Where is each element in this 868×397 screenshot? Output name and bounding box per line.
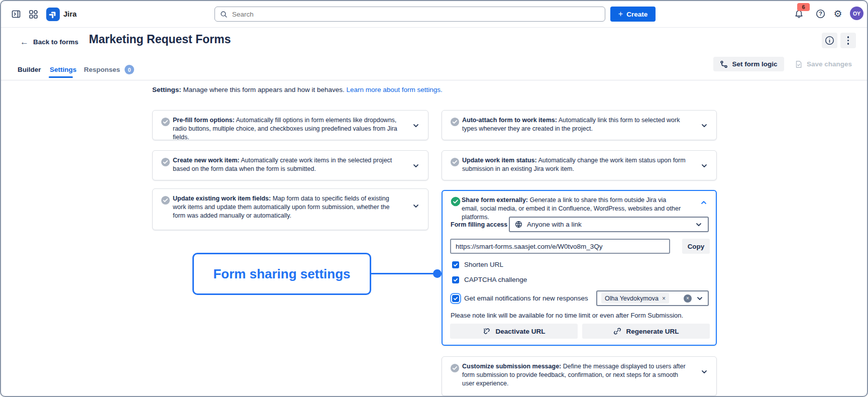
check-circle-icon [450, 363, 460, 373]
active-tab-underline [49, 76, 73, 78]
link-availability-note: Please note link will be available for n… [451, 312, 683, 319]
topbar-divider [1, 27, 868, 28]
callout-box: Form sharing settings [192, 253, 371, 295]
email-notifications-option[interactable]: Get email notifications for new response… [452, 294, 588, 302]
svg-text:?: ? [819, 11, 822, 17]
info-button[interactable] [822, 33, 837, 48]
callout-connector-line [370, 273, 436, 274]
back-label: Back to forms [33, 38, 78, 46]
more-menu-button[interactable] [840, 33, 856, 48]
page-title: Marketing Request Forms [89, 33, 231, 46]
regenerate-url-button[interactable]: Regenerate URL [582, 324, 710, 339]
back-arrow-icon: ← [20, 38, 29, 46]
save-changes-button[interactable]: Save changes [795, 57, 852, 71]
chevron-down-icon[interactable] [700, 122, 708, 130]
set-form-logic-button[interactable]: Set form logic [713, 57, 784, 71]
chevron-down-icon[interactable] [700, 368, 708, 376]
chevron-down-icon[interactable] [412, 162, 420, 170]
card-title: Create new work item: [173, 157, 240, 164]
deactivate-url-button[interactable]: Deactivate URL [450, 324, 578, 339]
user-avatar[interactable]: OY [850, 7, 863, 20]
card-title: Customize submission message: [462, 363, 561, 370]
app-window: Jira + Create 6 ? ⚙ OY ← Back to forms M… [0, 0, 868, 397]
card-share-form-externally[interactable]: Share form externally: Generate a link t… [442, 190, 717, 346]
set-form-logic-label: Set form logic [732, 60, 777, 68]
save-changes-label: Save changes [807, 60, 852, 68]
chevron-down-icon[interactable] [696, 294, 704, 303]
tab-responses-label: Responses [84, 66, 120, 73]
notification-count-badge: 6 [797, 3, 810, 11]
tab-settings[interactable]: Settings [50, 66, 76, 73]
regenerate-url-label: Regenerate URL [626, 328, 679, 335]
chevron-down-icon [695, 221, 703, 229]
share-url-input[interactable] [450, 239, 670, 254]
doc-check-icon [795, 60, 803, 68]
help-icon[interactable]: ? [814, 8, 826, 20]
card-update-status[interactable]: Update work item status: Automatically c… [442, 150, 717, 180]
check-circle-icon [450, 117, 460, 127]
card-title: Auto-attach form to work items: [462, 117, 557, 124]
card-title: Pre-fill form options: [173, 117, 235, 124]
card-create-work-item[interactable]: Create new work item: Automatically crea… [152, 150, 428, 180]
card-submission-message[interactable]: Customize submission message: Define the… [442, 356, 717, 396]
settings-intro: Settings: Manage where this form appears… [152, 86, 443, 93]
link-icon [613, 327, 622, 336]
callout-label: Form sharing settings [213, 266, 350, 282]
remove-tag-icon[interactable]: × [662, 295, 666, 302]
check-circle-icon [161, 195, 170, 205]
settings-gear-icon[interactable]: ⚙ [832, 8, 844, 20]
checkbox-checked-icon[interactable] [452, 261, 459, 268]
card-auto-attach[interactable]: Auto-attach form to work items: Automati… [442, 110, 717, 140]
check-circle-icon [161, 117, 170, 127]
checkbox-checked-focused-icon[interactable] [452, 295, 459, 302]
recipients-select[interactable]: Olha Yevdokymova × × [596, 290, 709, 306]
back-to-forms-link[interactable]: ← Back to forms [20, 34, 78, 49]
chevron-down-icon[interactable] [700, 162, 708, 170]
kebab-icon [847, 36, 849, 45]
recipient-tag: Olha Yevdokymova × [601, 293, 669, 304]
app-switcher-icon[interactable] [27, 8, 39, 20]
app-name: Jira [63, 10, 77, 18]
clear-all-icon[interactable]: × [684, 294, 692, 303]
globe-icon [515, 221, 522, 228]
search-bar[interactable] [214, 7, 605, 22]
plus-icon: + [618, 10, 623, 18]
form-filling-access-label: Form filling access [451, 221, 507, 228]
jira-logo[interactable] [46, 8, 60, 21]
broken-link-icon [482, 327, 491, 336]
responses-count-badge: 0 [125, 65, 134, 74]
chevron-up-icon[interactable] [700, 198, 708, 207]
captcha-option[interactable]: CAPTCHA challenge [452, 276, 527, 283]
search-icon [220, 11, 228, 18]
card-title: Share form externally: [462, 196, 528, 204]
deactivate-url-label: Deactivate URL [495, 328, 545, 335]
search-input[interactable] [231, 10, 600, 19]
create-button[interactable]: + Create [610, 7, 656, 22]
branch-icon [720, 60, 728, 68]
callout-connector-dot [433, 269, 442, 278]
header-divider [1, 80, 868, 80]
checkbox-checked-icon[interactable] [452, 276, 459, 283]
intro-lead: Settings: [152, 86, 181, 93]
email-notifications-label: Get email notifications for new response… [464, 294, 588, 302]
card-title: Update existing work item fields: [173, 195, 271, 202]
intro-text: Manage where this form appears and how i… [183, 86, 345, 93]
recipient-name: Olha Yevdokymova [605, 295, 659, 302]
sidebar-toggle-icon[interactable] [10, 8, 22, 20]
chevron-down-icon[interactable] [412, 202, 420, 210]
card-title: Update work item status: [462, 157, 537, 164]
access-select-value: Anyone with a link [527, 221, 582, 228]
captcha-label: CAPTCHA challenge [464, 276, 527, 283]
chevron-down-icon[interactable] [412, 122, 420, 130]
shorten-url-label: Shorten URL [464, 261, 503, 268]
card-prefill-options[interactable]: Pre-fill form options: Automatically fil… [152, 110, 428, 140]
tab-builder[interactable]: Builder [18, 66, 41, 73]
check-circle-icon [450, 157, 460, 167]
create-button-label: Create [626, 11, 647, 18]
learn-more-link[interactable]: Learn more about form settings. [346, 86, 442, 93]
shorten-url-option[interactable]: Shorten URL [452, 261, 503, 268]
card-update-existing-fields[interactable]: Update existing work item fields: Map fo… [152, 188, 428, 230]
access-select[interactable]: Anyone with a link [509, 217, 709, 232]
tab-responses[interactable]: Responses 0 [84, 65, 134, 74]
copy-url-button[interactable]: Copy [682, 239, 710, 254]
